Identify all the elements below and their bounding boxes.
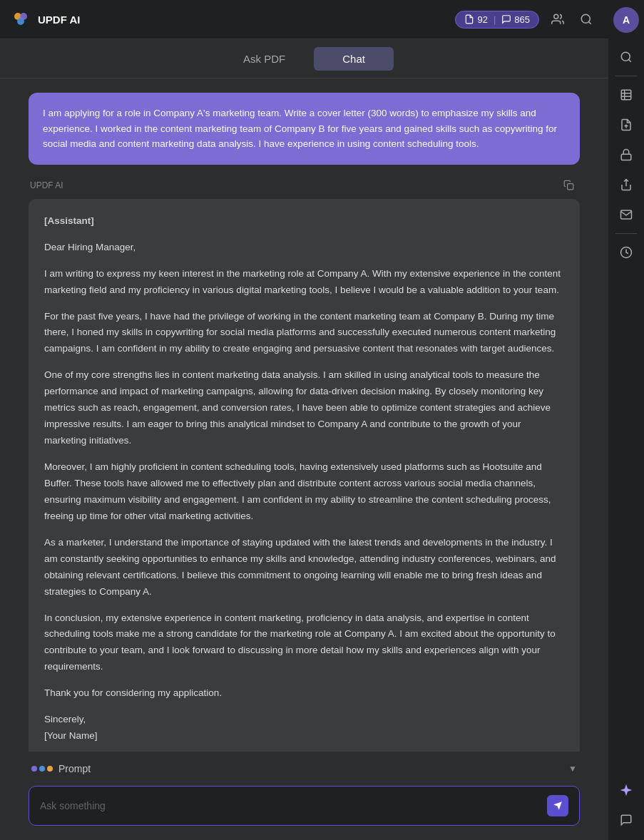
- lock-icon[interactable]: [613, 142, 639, 168]
- mail-icon[interactable]: [613, 202, 639, 227]
- ai-sparkle-icon[interactable]: [613, 777, 639, 803]
- copy-button[interactable]: [558, 175, 578, 195]
- divider-1: [615, 76, 637, 76]
- prompt-label-container: Prompt: [31, 763, 91, 774]
- ai-response-header: UPDF AI: [29, 175, 580, 195]
- divider-2: [615, 233, 637, 234]
- chat-content: I am applying for a role in Company A's …: [0, 78, 608, 752]
- prompt-bar: Prompt ▼: [29, 759, 580, 779]
- paragraph-8: Sincerely, [Your Name]: [44, 712, 564, 744]
- assistant-tag: [Assistant]: [44, 213, 564, 230]
- tab-chat[interactable]: Chat: [314, 47, 394, 71]
- topbar-icons: [546, 8, 598, 31]
- svg-line-1: [628, 59, 630, 61]
- prompt-label: Prompt: [58, 763, 91, 774]
- svg-rect-9: [621, 154, 631, 160]
- chat-bubble-icon[interactable]: [613, 807, 639, 833]
- search-icon[interactable]: [613, 44, 639, 70]
- svg-rect-2: [621, 90, 631, 100]
- paragraph-1: I am writing to express my keen interest…: [44, 266, 564, 299]
- paragraph-6: In conclusion, my extensive experience i…: [44, 610, 564, 676]
- logo-icon: [11, 9, 31, 29]
- bottom-area: Prompt ▼: [0, 752, 608, 840]
- send-button[interactable]: [547, 795, 568, 816]
- svg-point-14: [17, 18, 24, 25]
- paragraph-5: As a marketer, I understand the importan…: [44, 535, 564, 600]
- prompt-dots: [31, 766, 53, 772]
- right-sidebar: A: [608, 0, 644, 840]
- upload-icon[interactable]: [613, 112, 639, 138]
- tab-ask-pdf[interactable]: Ask PDF: [215, 47, 314, 71]
- input-row: [29, 786, 580, 826]
- ai-response-container: UPDF AI [Assistant] Dear Hiring Manager,…: [29, 175, 580, 752]
- avatar[interactable]: A: [613, 7, 639, 33]
- tab-bar: Ask PDF Chat: [0, 39, 608, 78]
- paragraph-2: For the past five years, I have had the …: [44, 309, 564, 358]
- prompt-chevron[interactable]: ▼: [568, 764, 577, 774]
- dot-purple: [31, 766, 37, 772]
- svg-rect-18: [567, 184, 573, 190]
- svg-point-16: [581, 14, 590, 23]
- app-title: UPDF AI: [38, 14, 448, 26]
- svg-point-15: [554, 14, 558, 19]
- paragraph-7: Thank you for considering my application…: [44, 685, 564, 702]
- user-message: I am applying for a role in Company A's …: [29, 93, 580, 165]
- svg-line-17: [588, 21, 591, 24]
- stats-badge: 92 | 865: [455, 11, 539, 29]
- pdf-stat: 92: [464, 14, 487, 25]
- chat-input[interactable]: [40, 800, 540, 811]
- topbar: UPDF AI 92 | 865: [0, 0, 608, 39]
- topbar-search-icon[interactable]: [575, 8, 598, 31]
- paragraph-3: One of my core strengths lies in content…: [44, 367, 564, 449]
- chat-stat: 865: [501, 14, 530, 25]
- share-icon[interactable]: [613, 172, 639, 198]
- greeting: Dear Hiring Manager,: [44, 240, 564, 256]
- dot-blue: [39, 766, 45, 772]
- main-area: UPDF AI 92 | 865: [0, 0, 608, 840]
- stats-divider: |: [494, 14, 496, 25]
- ocr-icon[interactable]: [613, 82, 639, 108]
- paragraph-4: Moreover, I am highly proficient in cont…: [44, 459, 564, 525]
- svg-point-0: [621, 52, 630, 61]
- dot-orange: [47, 766, 53, 772]
- ai-response-body: [Assistant] Dear Hiring Manager, I am wr…: [29, 199, 580, 752]
- history-icon[interactable]: [613, 240, 639, 265]
- topbar-lock-icon[interactable]: [546, 8, 569, 31]
- ai-label: UPDF AI: [30, 180, 63, 190]
